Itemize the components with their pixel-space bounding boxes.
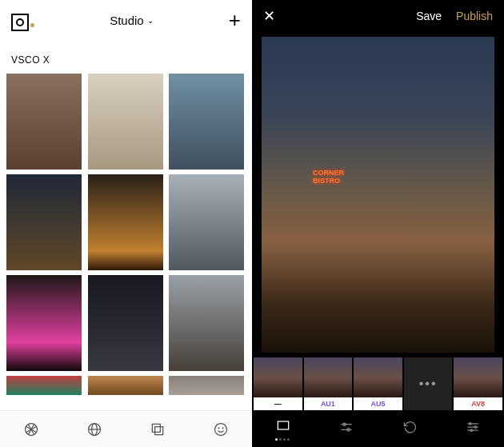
photo-grid	[0, 74, 252, 410]
svg-point-5	[214, 423, 226, 435]
preset-av8[interactable]: AV8	[454, 357, 502, 410]
svg-point-7	[222, 427, 223, 428]
save-button[interactable]: Save	[416, 10, 442, 22]
preset-more[interactable]: ••• AV4	[404, 357, 453, 410]
photo-thumb[interactable]	[169, 74, 244, 170]
more-presets-icon: •••	[404, 357, 453, 410]
svg-point-6	[218, 427, 219, 428]
layers-icon[interactable]	[149, 421, 166, 438]
photo-thumb[interactable]	[88, 376, 163, 395]
photo-thumb[interactable]	[169, 275, 244, 371]
photo-thumb[interactable]	[88, 74, 163, 170]
editor-tabbar	[252, 410, 504, 447]
preset-au1[interactable]: AU1	[304, 357, 353, 410]
photo-thumb[interactable]	[88, 174, 163, 270]
studio-pane: Studio ⌄ + VSCO X	[0, 0, 252, 447]
photo-thumb[interactable]	[169, 376, 244, 395]
close-icon[interactable]: ✕	[263, 7, 275, 25]
svg-rect-4	[155, 426, 163, 434]
svg-rect-8	[278, 421, 289, 429]
studio-title: Studio	[110, 14, 144, 27]
editor-pane: ✕ Save Publish CORNERBISTRO — AU1 AU5 ••…	[252, 0, 504, 447]
undo-icon[interactable]	[402, 419, 418, 438]
preset-au5[interactable]: AU5	[354, 357, 402, 410]
studio-tabbar	[0, 410, 252, 447]
preset-none[interactable]: —	[254, 357, 302, 410]
photo-thumb[interactable]	[6, 275, 82, 371]
chevron-down-icon: ⌄	[147, 16, 154, 25]
studio-header: Studio ⌄ +	[0, 0, 252, 40]
camera-icon[interactable]	[11, 14, 29, 31]
svg-rect-3	[152, 424, 160, 432]
add-button[interactable]: +	[229, 8, 241, 33]
photo-thumb[interactable]	[6, 74, 82, 170]
section-label: VSCO X	[0, 40, 252, 74]
globe-icon[interactable]	[86, 421, 103, 438]
photo-thumb[interactable]	[6, 174, 82, 270]
preset-strip: — AU1 AU5 ••• AV4 AV8	[252, 357, 504, 410]
studio-dropdown[interactable]: Studio ⌄	[110, 14, 154, 27]
editor-header: ✕ Save Publish	[252, 0, 504, 32]
filter-panel-icon[interactable]	[275, 417, 291, 441]
notification-dot-icon	[30, 23, 34, 27]
smile-icon[interactable]	[212, 421, 230, 438]
neon-sign: CORNERBISTRO	[313, 170, 344, 186]
adjust-icon[interactable]	[465, 419, 481, 438]
photo-thumb[interactable]	[169, 174, 244, 270]
preview-area[interactable]: CORNERBISTRO	[252, 32, 504, 357]
photo-thumb[interactable]	[88, 275, 163, 371]
lens-icon[interactable]	[22, 421, 40, 438]
preview-image: CORNERBISTRO	[262, 37, 494, 353]
photo-thumb[interactable]	[6, 376, 82, 395]
sliders-icon[interactable]	[338, 419, 354, 438]
publish-button[interactable]: Publish	[456, 10, 493, 22]
